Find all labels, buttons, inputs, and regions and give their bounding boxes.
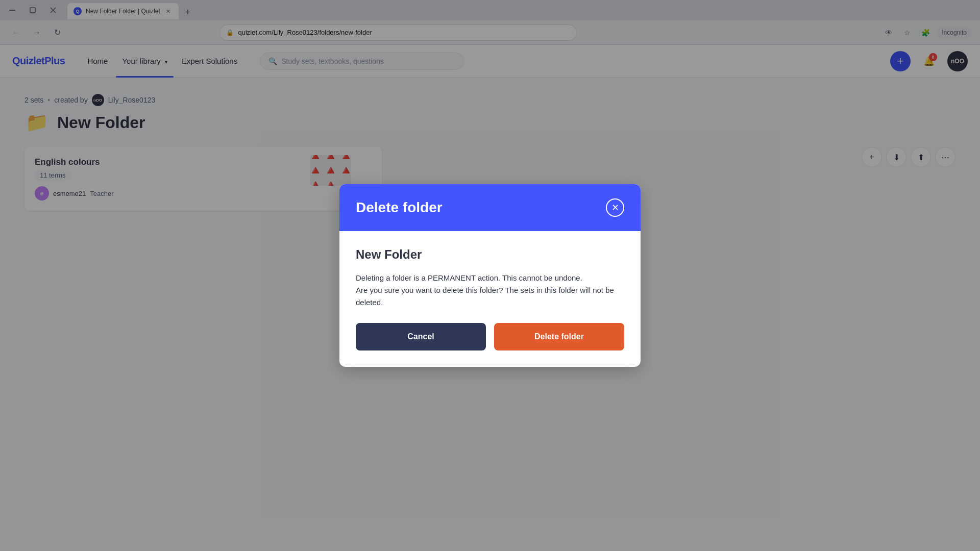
modal-overlay: Delete folder ✕ New Folder Deleting a fo… bbox=[0, 0, 980, 551]
delete-folder-button[interactable]: Delete folder bbox=[494, 323, 624, 350]
modal-text-line1: Deleting a folder is a PERMANENT action.… bbox=[356, 273, 582, 282]
app: QuizletPlus Home Your library ▾ Expert S… bbox=[0, 45, 980, 533]
modal-actions: Cancel Delete folder bbox=[356, 323, 624, 350]
modal-text-line2: Are you sure you want to delete this fol… bbox=[356, 286, 614, 307]
modal-description: Deleting a folder is a PERMANENT action.… bbox=[356, 272, 624, 309]
modal-body: New Folder Deleting a folder is a PERMAN… bbox=[339, 231, 641, 367]
modal-header: Delete folder ✕ bbox=[339, 184, 641, 231]
modal-title: Delete folder bbox=[356, 199, 443, 216]
delete-folder-modal: Delete folder ✕ New Folder Deleting a fo… bbox=[339, 184, 641, 367]
cancel-button[interactable]: Cancel bbox=[356, 323, 486, 350]
modal-folder-name: New Folder bbox=[356, 247, 624, 262]
modal-close-button[interactable]: ✕ bbox=[606, 198, 624, 217]
